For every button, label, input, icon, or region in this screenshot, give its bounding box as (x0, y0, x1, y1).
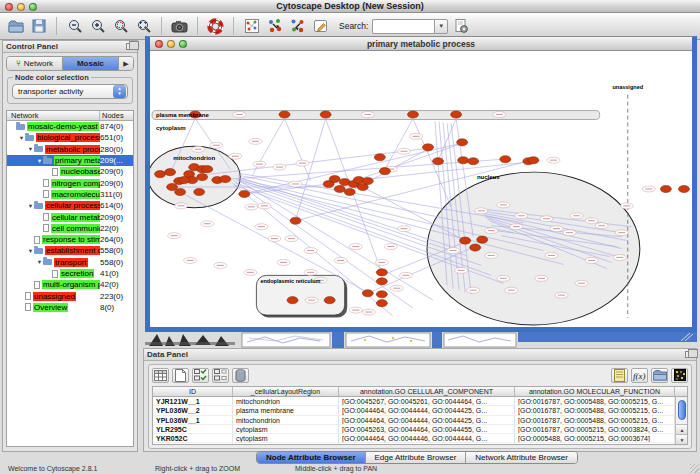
column-header-cellularlayoutregion[interactable]: _cellularLayoutRegion (233, 387, 339, 396)
float-panel-icon[interactable] (126, 43, 134, 50)
scroll-up-arrow[interactable]: ▲ (676, 424, 688, 434)
table-row-ydr039c-1[interactable]: YDR039C__1mitochondrion[GO:0044464, GO:0… (153, 443, 687, 445)
gene-node[interactable] (290, 217, 301, 224)
attribute-table-icon[interactable] (152, 368, 169, 383)
tree-row-establishment-of-lo[interactable]: ▼establishment of lo558(0) (7, 245, 133, 256)
scroll-down-arrow[interactable]: ▼ (676, 434, 688, 444)
gene-node[interactable] (376, 300, 387, 307)
zoom-selected-region-icon[interactable] (110, 16, 131, 37)
tab-mosaic[interactable]: Mosaic (63, 57, 119, 70)
tree-row-unassigned[interactable]: unassigned223(0) (7, 290, 133, 301)
gene-node[interactable] (165, 169, 176, 176)
tree-row-biological-process[interactable]: ▼biological_process651(0) (7, 132, 133, 143)
expand-arrow-icon[interactable]: ▼ (36, 259, 43, 265)
column-header-id[interactable]: ID (153, 387, 233, 396)
save-session-icon[interactable] (28, 16, 49, 37)
select-attributes-icon[interactable] (192, 368, 209, 383)
gene-node[interactable] (376, 278, 387, 285)
gene-node[interactable] (458, 157, 469, 164)
gene-node[interactable] (457, 139, 468, 146)
plasma-membrane-region[interactable] (152, 111, 600, 120)
scrollbar-thumb[interactable] (678, 400, 686, 420)
close-window-button[interactable] (5, 3, 13, 11)
network-close-button[interactable] (155, 40, 163, 48)
gene-node[interactable] (287, 297, 298, 304)
gene-node[interactable] (468, 158, 479, 165)
gene-node[interactable] (376, 291, 387, 298)
gene-node[interactable] (451, 111, 462, 118)
gene-node[interactable] (329, 176, 340, 183)
gene-node[interactable] (279, 111, 290, 118)
search-settings-icon[interactable] (450, 16, 471, 37)
tree-row-macromolecule[interactable]: macromolecule311(0) (7, 189, 133, 200)
column-header-annotation-go-cellular-component[interactable]: annotation.GO CELLULAR_COMPONENT (339, 387, 515, 396)
node-color-combobox[interactable]: transporter activity ▲▼ (12, 84, 128, 99)
table-row-ylr295c[interactable]: YLR295Ccytoplasm[GO:0045263, GO:0044464,… (153, 425, 687, 434)
resize-grip[interactable] (690, 464, 699, 473)
gene-node[interactable] (460, 237, 471, 244)
tab-network[interactable]: ⑂ Network (7, 57, 63, 70)
delete-attribute-icon[interactable] (232, 368, 249, 383)
tree-row-cellular-process[interactable]: ▼cellular process614(0) (7, 200, 133, 211)
gene-node[interactable] (470, 244, 481, 251)
tree-column-nodes[interactable]: Nodes (100, 111, 133, 120)
zoom-window-button[interactable] (29, 3, 37, 11)
gene-node[interactable] (194, 188, 205, 195)
tree-row-cellular-metabo[interactable]: cellular metabo209(0) (7, 211, 133, 222)
zoom-fit-icon[interactable] (133, 16, 154, 37)
tree-row-cell-communicat[interactable]: cell communicat22(0) (7, 223, 133, 234)
gene-node[interactable] (320, 111, 331, 118)
gene-node[interactable] (477, 236, 488, 243)
tree-row-secretion[interactable]: secretion41(0) (7, 268, 133, 279)
tree-row-multi-organism-pro[interactable]: multi-organism pro42(0) (7, 279, 133, 290)
gene-node[interactable] (324, 297, 335, 304)
tree-row-nitrogen-compo[interactable]: nitrogen compo209(0) (7, 177, 133, 188)
tree-row-primary-metabo[interactable]: ▼primary metabo209(... (7, 155, 133, 166)
expand-arrow-icon[interactable]: ▼ (27, 203, 34, 209)
gene-node[interactable] (423, 144, 434, 151)
layout-b-icon[interactable] (287, 16, 308, 37)
network-window-titlebar[interactable]: primary metabolic process (150, 37, 692, 51)
gene-node[interactable] (500, 156, 511, 163)
tab-network-attribute-browser[interactable]: Network Attribute Browser (466, 452, 576, 463)
zoom-in-icon[interactable] (87, 16, 108, 37)
tree-column-network[interactable]: Network (7, 111, 100, 120)
tabs-overflow-button[interactable]: ▶ (119, 57, 133, 70)
open-file-icon[interactable] (5, 16, 26, 37)
gene-node[interactable] (344, 188, 355, 195)
gene-node[interactable] (197, 174, 208, 181)
formula-icon[interactable]: f(x) (631, 368, 648, 383)
expand-arrow-icon[interactable]: ▼ (27, 248, 34, 254)
gene-node[interactable] (433, 158, 444, 165)
tree-row-nucleobase-c[interactable]: nucleobase-c209(0) (7, 166, 133, 177)
gene-node[interactable] (155, 171, 166, 178)
search-input[interactable] (372, 19, 434, 34)
gene-node[interactable] (362, 177, 373, 184)
expand-arrow-icon[interactable]: ▼ (27, 146, 34, 152)
unselect-attributes-icon[interactable] (212, 368, 229, 383)
tree-row-response-to-stimulu[interactable]: response to stimulu264(0) (7, 234, 133, 245)
gene-node[interactable] (379, 168, 390, 175)
zoom-out-icon[interactable] (64, 16, 85, 37)
table-row-ypl036w-1[interactable]: YPL036W__1mitochondrion[GO:0044464, GO:0… (153, 416, 687, 425)
tab-edge-attribute-browser[interactable]: Edge Attribute Browser (366, 452, 467, 463)
gene-node[interactable] (678, 185, 689, 192)
layout-a-icon[interactable] (264, 16, 285, 37)
gene-node[interactable] (407, 111, 418, 118)
table-row-ypl036w-2[interactable]: YPL036W__2plasma membrane[GO:0044464, GO… (153, 406, 687, 415)
tab-node-attribute-browser[interactable]: Node Attribute Browser (257, 452, 366, 463)
network-overview-icon[interactable] (241, 16, 262, 37)
tree-row-mosaic-demo-yeast[interactable]: mosaic-demo-yeast874(0) (7, 121, 133, 132)
gene-node[interactable] (175, 188, 186, 195)
expand-arrow-icon[interactable]: ▼ (18, 135, 25, 141)
gene-node[interactable] (239, 190, 250, 197)
network-zoom-button[interactable] (179, 40, 187, 48)
gene-node[interactable] (376, 269, 387, 276)
float-data-panel-icon[interactable] (685, 351, 693, 358)
gene-node[interactable] (179, 176, 190, 183)
search-dropdown-arrow[interactable]: ▼ (434, 19, 448, 34)
tree-row-transport[interactable]: ▼transport558(0) (7, 257, 133, 268)
table-row-ykr052c[interactable]: YKR052Ccytoplasm[GO:0044464, GO:0044446,… (153, 434, 687, 443)
table-row-yjr121w-1[interactable]: YJR121W__1mitochondrion[GO:0045267, GO:0… (153, 397, 687, 406)
gene-node[interactable] (528, 157, 539, 164)
